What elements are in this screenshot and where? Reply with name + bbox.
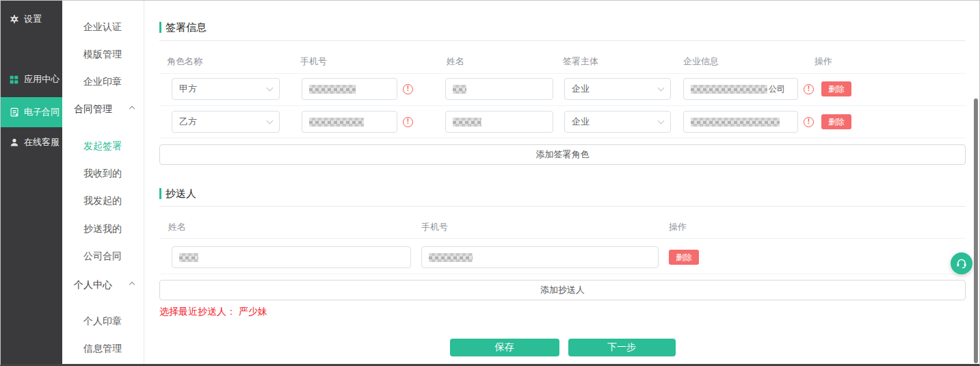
enterprise-suffix: 公司 (769, 83, 785, 95)
chevron-down-icon (658, 117, 665, 124)
chevron-up-icon (129, 106, 135, 112)
divider (159, 40, 966, 41)
chevron-down-icon (658, 84, 665, 91)
sidebar-item-e-contract[interactable]: 电子合同 (1, 97, 62, 127)
submenu-item-enterprise-auth[interactable]: 企业认证 (62, 20, 144, 34)
submenu-item-initiate-sign[interactable]: 发起签署 (62, 139, 144, 153)
col-header-phone: 手机号 (421, 221, 669, 233)
sign-info-section-title: 签署信息 (159, 22, 966, 33)
delete-button[interactable]: 删除 (669, 250, 699, 265)
sub-sidebar: 企业认证 模版管理 企业印章 合同管理 发起签署 我收到的 我发起的 抄送我的 … (62, 1, 144, 364)
customer-service-button[interactable] (951, 252, 972, 274)
col-header-role: 角色名称 (167, 55, 300, 68)
cc-name-input[interactable] (172, 246, 411, 268)
chevron-down-icon (267, 117, 274, 124)
divider (159, 238, 966, 239)
person-icon (9, 138, 19, 148)
enterprise-input[interactable] (683, 111, 798, 133)
subject-select-value: 企业 (572, 83, 590, 95)
sidebar-item-label: 电子合同 (24, 106, 59, 118)
phone-input[interactable] (302, 78, 397, 100)
sidebar-item-label: 应用中心 (24, 73, 59, 86)
submenu-item-enterprise-seal[interactable]: 企业印章 (62, 75, 144, 88)
sidebar-item-online-service[interactable]: 在线客服 (1, 129, 62, 155)
divider (159, 274, 966, 274)
add-cc-button[interactable]: 添加抄送人 (159, 280, 966, 300)
role-select-value: 甲方 (179, 83, 197, 95)
sign-table-header: 角色名称 手机号 姓名 签署主体 企业信息 操作 (159, 55, 966, 68)
enterprise-input[interactable]: 公司 (683, 78, 798, 100)
chevron-down-icon (267, 84, 274, 91)
submenu-item-cc-to-me[interactable]: 抄送我的 (62, 222, 144, 235)
next-step-button[interactable]: 下一步 (568, 339, 676, 356)
cc-phone-input[interactable] (421, 246, 659, 268)
title-accent-bar (159, 188, 161, 199)
submenu-item-company-contracts[interactable]: 公司合同 (62, 249, 144, 263)
name-input[interactable] (445, 111, 553, 133)
name-input[interactable] (445, 78, 553, 100)
subject-select[interactable]: 企业 (564, 78, 671, 100)
submenu-item-info-mgmt[interactable]: 信息管理 (62, 341, 144, 355)
phone-input[interactable] (302, 111, 397, 133)
submenu-item-label: 个人中心 (74, 279, 112, 290)
warning-icon: ! (804, 84, 814, 94)
divider (159, 138, 966, 138)
role-select[interactable]: 甲方 (172, 78, 280, 100)
redacted-phone (309, 85, 356, 94)
main-content: 签署信息 角色名称 手机号 姓名 签署主体 企业信息 操作 甲方 ! (144, 1, 979, 364)
sign-table-row: 甲方 ! 企业 公司 ! 删除 (159, 78, 966, 100)
role-select-value: 乙方 (179, 116, 197, 128)
submenu-item-personal-seal[interactable]: 个人印章 (62, 314, 144, 328)
col-header-enterprise: 企业信息 (683, 55, 815, 68)
subject-select-value: 企业 (572, 116, 590, 128)
submenu-item-personal-center[interactable]: 个人中心 (62, 278, 144, 291)
warning-icon: ! (403, 84, 413, 94)
subject-select[interactable]: 企业 (564, 111, 671, 133)
delete-button[interactable]: 删除 (821, 81, 851, 96)
dark-sidebar: 设置 应用中心 电子合同 在线客服 (1, 1, 62, 364)
redacted-enterprise (691, 118, 780, 127)
vertical-scrollbar[interactable] (974, 99, 978, 363)
redacted-phone (429, 253, 473, 262)
redacted-name (453, 85, 466, 94)
submenu-item-template-mgmt[interactable]: 模版管理 (62, 47, 144, 61)
footer-actions: 保存 下一步 (159, 339, 966, 356)
app-window: 设置 应用中心 电子合同 在线客服 (0, 0, 980, 366)
redacted-enterprise (691, 85, 767, 94)
sign-table-row: 乙方 ! 企业 ! 删除 (159, 111, 966, 133)
divider (159, 206, 966, 207)
submenu-item-received[interactable]: 我收到的 (62, 166, 144, 180)
col-header-subject: 签署主体 (563, 55, 683, 68)
cc-table-header: 姓名 手机号 操作 (159, 221, 966, 233)
app-grid-icon (9, 75, 19, 85)
submenu-item-initiated[interactable]: 我发起的 (62, 194, 144, 207)
col-header-phone: 手机号 (300, 55, 447, 68)
submenu-item-contract-mgmt[interactable]: 合同管理 (62, 102, 144, 116)
save-button[interactable]: 保存 (450, 339, 559, 356)
sidebar-item-label: 设置 (24, 13, 42, 25)
redacted-name (179, 253, 198, 262)
warning-icon: ! (403, 117, 413, 127)
divider (159, 73, 966, 74)
sidebar-item-label: 在线客服 (24, 136, 59, 148)
contract-icon (9, 107, 19, 118)
cc-table-row: 删除 (159, 246, 966, 268)
recent-cc-hint[interactable]: 选择最近抄送人： 严少妹 (159, 306, 966, 316)
gear-icon (9, 14, 19, 25)
sidebar-item-app-center[interactable]: 应用中心 (1, 66, 62, 92)
sidebar-item-settings[interactable]: 设置 (1, 6, 62, 32)
col-header-actions: 操作 (815, 55, 832, 68)
redacted-name (453, 118, 481, 127)
col-header-actions: 操作 (669, 221, 687, 233)
divider (159, 105, 966, 106)
warning-icon: ! (804, 117, 814, 127)
headset-icon (955, 257, 968, 270)
chevron-up-icon (129, 282, 135, 287)
section-title-text: 签署信息 (165, 21, 207, 34)
delete-button[interactable]: 删除 (821, 114, 851, 129)
add-sign-role-button[interactable]: 添加签署角色 (159, 144, 966, 165)
redacted-phone (309, 118, 364, 127)
cc-section-title: 抄送人 (159, 188, 966, 199)
col-header-name: 姓名 (168, 221, 421, 233)
role-select[interactable]: 乙方 (172, 111, 280, 133)
